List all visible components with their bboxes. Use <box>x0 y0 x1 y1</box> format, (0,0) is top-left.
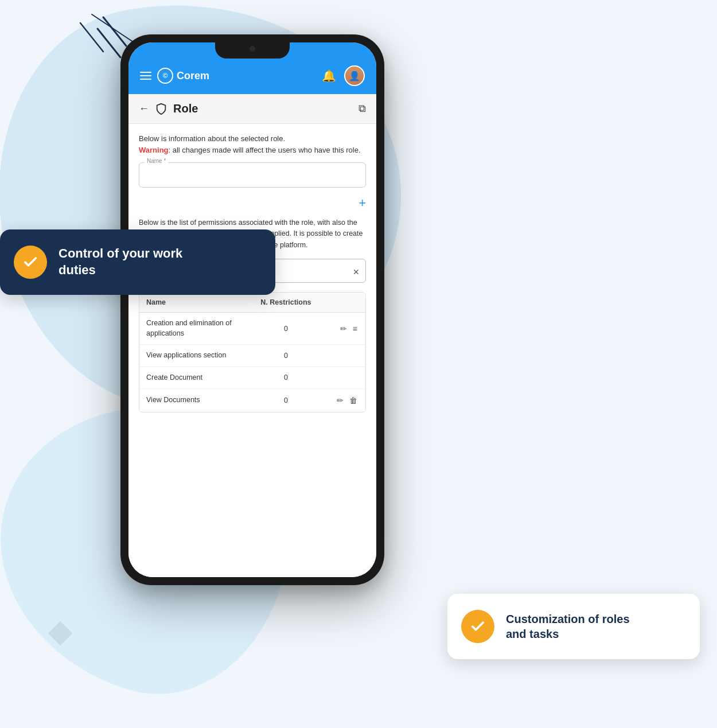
row-4-delete-button[interactable]: 🗑 <box>348 395 358 406</box>
name-field-label: Name * <box>145 158 168 164</box>
decorative-diamond <box>46 619 75 648</box>
name-input[interactable] <box>139 162 366 188</box>
row-2-restrictions: 0 <box>258 352 314 360</box>
copy-icon[interactable]: ⧉ <box>358 103 366 115</box>
table-row: View Documents 0 ✏ 🗑 <box>139 389 365 412</box>
table-row: Creation and elimination of applications… <box>139 313 365 345</box>
app-logo: © Corem <box>157 68 209 84</box>
row-1-restrictions: 0 <box>258 325 314 333</box>
table-header: Name N. Restrictions <box>139 293 365 313</box>
bell-icon[interactable]: 🔔 <box>322 69 336 83</box>
row-1-name: Creation and elimination of applications <box>146 318 258 338</box>
feature-card-customization-text: Customization of roles and tasks <box>506 612 630 641</box>
table-row: View applications section 0 <box>139 345 365 367</box>
page-title: Role <box>173 102 353 115</box>
feature-card-control-text: Control of your work duties <box>59 246 182 278</box>
app-logo-text: Corem <box>177 70 209 82</box>
svg-line-2 <box>80 23 103 52</box>
feature-card-control: Control of your work duties <box>0 229 275 295</box>
row-3-restrictions: 0 <box>258 373 314 381</box>
warning-text: : all changes made will affect the users… <box>169 146 361 154</box>
name-field-container: Name * <box>139 162 366 188</box>
row-4-name: View Documents <box>146 395 258 406</box>
info-text: Below is information about the selected … <box>139 133 366 155</box>
avatar[interactable]: 👤 <box>344 65 365 86</box>
svg-rect-4 <box>48 621 72 645</box>
app-header-right: 🔔 👤 <box>322 65 365 86</box>
app-header-left: © Corem <box>140 68 209 84</box>
row-4-actions: ✏ 🗑 <box>314 395 358 406</box>
svg-line-1 <box>98 29 120 57</box>
phone-frame: © Corem 🔔 👤 ← Role ⧉ <box>120 34 384 585</box>
feature-card-customization-icon <box>461 610 494 643</box>
warning-label: Warning <box>139 146 169 154</box>
back-arrow-icon[interactable]: ← <box>139 103 149 115</box>
col-name-header: Name <box>146 298 258 306</box>
row-1-delete-button[interactable]: ≡ <box>352 323 358 334</box>
row-4-restrictions: 0 <box>258 396 314 404</box>
clear-search-icon[interactable]: ✕ <box>353 267 360 277</box>
row-1-actions: ✏ ≡ <box>314 323 358 334</box>
page-title-bar: ← Role ⧉ <box>128 94 376 124</box>
phone-notch <box>215 42 290 59</box>
col-restrictions-header: N. Restrictions <box>258 298 314 306</box>
avatar-image: 👤 <box>345 65 364 86</box>
app-content: Below is information about the selected … <box>128 124 376 577</box>
row-2-name: View applications section <box>146 351 258 361</box>
col-actions-header <box>314 298 358 306</box>
feature-card-customization: Customization of roles and tasks <box>447 594 700 659</box>
hamburger-menu-icon[interactable] <box>140 72 151 80</box>
phone-wrapper: © Corem 🔔 👤 ← Role ⧉ <box>120 34 396 665</box>
add-permission-button[interactable]: + <box>358 196 366 211</box>
phone-screen: © Corem 🔔 👤 ← Role ⧉ <box>128 42 376 577</box>
shield-icon <box>155 103 167 115</box>
row-3-name: Create Document <box>146 373 258 383</box>
logo-circle-icon: © <box>157 68 173 84</box>
feature-card-check-icon <box>14 246 47 279</box>
table-row: Create Document 0 <box>139 367 365 390</box>
row-4-edit-button[interactable]: ✏ <box>336 395 345 406</box>
row-1-edit-button[interactable]: ✏ <box>339 323 348 334</box>
plus-btn-row: + <box>139 196 366 211</box>
permissions-table: Name N. Restrictions Creation and elimin… <box>139 292 366 412</box>
